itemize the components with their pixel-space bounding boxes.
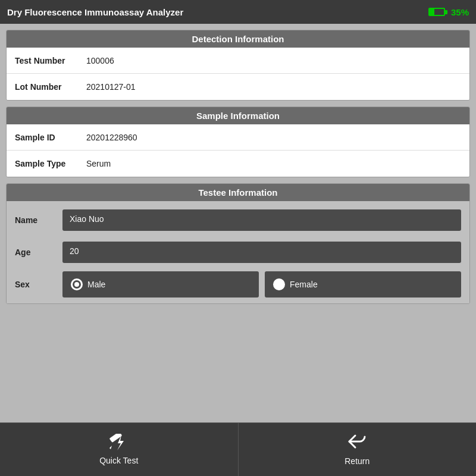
detection-info-header: Detection Information [7, 30, 469, 48]
female-radio-button[interactable]: Female [265, 271, 461, 298]
sample-id-value: 20201228960 [86, 133, 137, 142]
quick-test-button[interactable]: Quick Test [0, 423, 239, 476]
sample-info-header: Sample Information [7, 107, 469, 124]
app-title: Dry Fluorescence Immunoassay Analyzer [7, 7, 183, 17]
quick-test-label: Quick Test [99, 456, 138, 465]
female-radio-circle [273, 278, 285, 290]
detection-info-section: Detection Information Test Number 100006… [6, 30, 470, 101]
sample-type-label: Sample Type [15, 159, 86, 168]
male-radio-circle [71, 278, 83, 290]
testee-info-body: Name Xiao Nuo Age 20 Sex Male F [7, 201, 469, 303]
male-label: Male [87, 280, 105, 289]
return-button[interactable]: Return [239, 423, 477, 476]
sample-type-row: Sample Type Serum [7, 151, 469, 177]
testee-info-header: Testee Information [7, 184, 469, 201]
quick-test-icon [108, 434, 130, 453]
sample-id-label: Sample ID [15, 133, 86, 142]
sex-row: Sex Male Female [15, 271, 461, 298]
main-content: Detection Information Test Number 100006… [0, 24, 476, 422]
name-input[interactable]: Xiao Nuo [62, 209, 461, 231]
battery-indicator: 35% [428, 7, 469, 17]
age-input[interactable]: 20 [62, 242, 461, 263]
female-label: Female [290, 280, 318, 289]
test-number-label: Test Number [15, 56, 86, 65]
footer: Quick Test Return [0, 422, 476, 476]
sample-type-value: Serum [86, 159, 111, 168]
svg-marker-1 [109, 446, 112, 449]
detection-info-body: Test Number 100006 Lot Number 20210127-0… [7, 48, 469, 100]
test-number-value: 100006 [86, 56, 114, 65]
battery-percent: 35% [451, 7, 469, 17]
sample-info-body: Sample ID 20201228960 Sample Type Serum [7, 124, 469, 177]
lot-number-label: Lot Number [15, 82, 86, 92]
name-row: Name Xiao Nuo [15, 207, 461, 233]
sample-info-section: Sample Information Sample ID 20201228960… [6, 107, 470, 177]
age-label: Age [15, 248, 62, 257]
male-radio-button[interactable]: Male [62, 271, 259, 298]
test-number-row: Test Number 100006 [7, 48, 469, 74]
testee-info-section: Testee Information Name Xiao Nuo Age 20 … [6, 183, 470, 304]
name-label: Name [15, 215, 62, 225]
return-label: Return [345, 456, 369, 466]
lot-number-value: 20210127-01 [86, 82, 136, 92]
app-header: Dry Fluorescence Immunoassay Analyzer 35… [0, 0, 476, 24]
sex-label: Sex [15, 280, 62, 289]
lot-number-row: Lot Number 20210127-01 [7, 74, 469, 100]
return-icon [347, 433, 367, 454]
battery-icon [428, 8, 447, 16]
sex-radio-group: Male Female [62, 271, 461, 298]
age-row: Age 20 [15, 239, 461, 265]
sample-id-row: Sample ID 20201228960 [7, 124, 469, 151]
